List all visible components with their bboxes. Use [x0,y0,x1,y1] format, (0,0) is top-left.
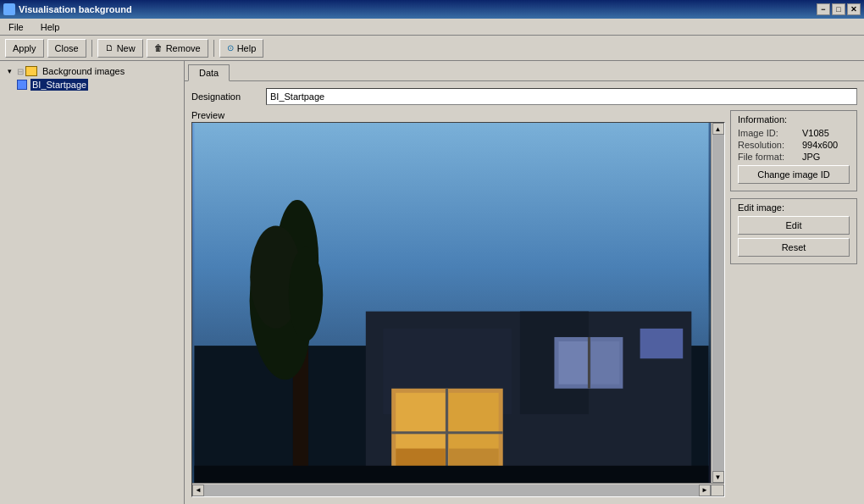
window-title: Visualisation background [19,4,132,14]
tab-data[interactable]: Data [188,64,230,81]
main-area: ▾ ⊟ Background images BI_Startpage Data … [0,61,864,504]
tree-item-bistartpage-label: BI_Startpage [30,79,88,91]
toolbar-separator-2 [213,40,214,57]
preview-left: Preview [191,110,725,497]
svg-rect-28 [194,466,708,483]
resolution-value: 994x600 [802,140,838,150]
close-button-toolbar[interactable]: Close [47,39,86,58]
scroll-right-button[interactable]: ► [699,485,711,496]
edit-label: Edit [786,220,802,230]
folder-icon [25,66,37,76]
designation-input[interactable] [266,88,857,105]
edit-button[interactable]: Edit [738,216,850,235]
scroll-down-button[interactable]: ▼ [712,471,724,483]
scrollbar-track-h[interactable] [204,485,699,496]
edit-image-group: Edit image: Edit Reset [730,198,857,264]
apply-label: Apply [13,43,36,53]
scroll-up-button[interactable]: ▲ [712,123,724,135]
new-label: New [117,43,136,53]
restore-button[interactable]: □ [832,3,845,15]
remove-button[interactable]: 🗑 Remove [147,39,208,58]
preview-image [192,123,711,483]
resolution-label: Resolution: [738,140,799,150]
info-panel: Information: Image ID: V1085 Resolution:… [730,110,857,497]
window-icon [3,3,15,15]
preview-section: Preview [191,110,857,497]
left-panel: ▾ ⊟ Background images BI_Startpage [0,61,185,504]
scroll-left-button[interactable]: ◄ [192,485,204,496]
file-format-value: JPG [802,152,820,162]
image-node-icon [17,80,27,90]
svg-rect-21 [591,341,619,385]
tree-children: BI_Startpage [17,78,180,91]
tree-expander-root[interactable]: ▾ [3,65,15,77]
help-button[interactable]: ⊙ Help [219,39,264,58]
information-title: Information: [738,114,850,125]
designation-label: Designation [191,91,259,102]
file-format-label: File format: [738,152,799,162]
information-group: Information: Image ID: V1085 Resolution:… [730,110,857,191]
tree-item-bistartpage[interactable]: BI_Startpage [17,78,180,91]
svg-rect-22 [588,337,590,389]
menu-bar: File Help [0,19,864,36]
content-panel: Designation Preview [185,81,864,504]
designation-row: Designation [191,88,857,105]
preview-container [192,123,711,483]
title-controls: − □ ✕ [817,3,861,15]
toolbar: Apply Close 🗋 New 🗑 Remove ⊙ Help [0,36,864,61]
title-bar: Visualisation background − □ ✕ [0,0,864,19]
close-label: Close [55,43,79,53]
right-panel: Data Designation Preview [185,61,864,504]
scrollbar-corner [711,485,724,496]
new-button[interactable]: 🗋 New [97,39,143,58]
tree-root[interactable]: ▾ ⊟ Background images [3,64,180,78]
svg-rect-20 [558,341,588,385]
menu-help[interactable]: Help [36,20,65,34]
tabs-bar: Data [185,61,864,81]
file-format-row: File format: JPG [738,152,850,162]
image-id-label: Image ID: [738,128,799,138]
toolbar-separator-1 [91,40,92,57]
svg-point-6 [289,247,323,341]
image-id-row: Image ID: V1085 [738,128,850,138]
image-id-value: V1085 [802,128,829,138]
help-label: Help [237,43,257,53]
remove-label: Remove [166,43,201,53]
preview-label: Preview [191,110,725,120]
change-image-id-button[interactable]: Change image ID [738,165,850,184]
scrollbar-horizontal[interactable]: ◄ ► [192,483,724,496]
apply-button[interactable]: Apply [5,39,44,58]
scrollbar-vertical[interactable]: ▲ ▼ [711,123,724,483]
minimize-button[interactable]: − [817,3,830,15]
menu-file[interactable]: File [3,20,29,34]
tree-root-label: Background images [41,65,126,77]
close-button[interactable]: ✕ [847,3,861,15]
change-image-id-label: Change image ID [757,169,830,180]
edit-image-title: Edit image: [738,202,850,213]
scrollbar-track-v[interactable] [712,135,724,471]
resolution-row: Resolution: 994x600 [738,140,850,150]
svg-rect-23 [640,329,684,358]
tab-data-label: Data [199,68,219,78]
reset-label: Reset [782,242,806,252]
reset-button[interactable]: Reset [738,238,850,257]
